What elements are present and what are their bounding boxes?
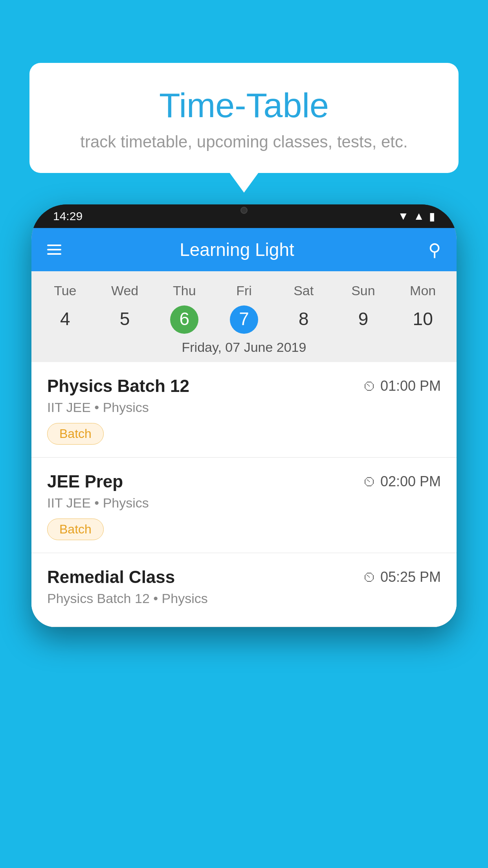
class-item-header: Remedial Class⏲ 05:25 PM	[47, 567, 441, 587]
class-name: Remedial Class	[47, 567, 175, 587]
day-numbers: 45678910	[31, 304, 457, 335]
class-time: ⏲ 02:00 PM	[363, 473, 441, 490]
class-item[interactable]: Remedial Class⏲ 05:25 PMPhysics Batch 12…	[31, 553, 457, 627]
day-header: Sat	[274, 279, 334, 302]
clock-icon: ⏲	[363, 570, 376, 585]
day-header: Mon	[393, 279, 453, 302]
day-number[interactable]: 8	[274, 304, 334, 335]
day-number[interactable]: 10	[393, 304, 453, 335]
day-headers: TueWedThuFriSatSunMon	[31, 279, 457, 302]
search-button[interactable]: ⚲	[428, 240, 441, 260]
clock-icon: ⏲	[363, 379, 376, 394]
class-item[interactable]: JEE Prep⏲ 02:00 PMIIT JEE • PhysicsBatch	[31, 458, 457, 553]
speech-bubble-container: Time-Table track timetable, upcoming cla…	[29, 63, 459, 173]
camera	[240, 207, 248, 214]
bubble-subtitle: track timetable, upcoming classes, tests…	[49, 132, 439, 151]
class-time: ⏲ 05:25 PM	[363, 569, 441, 585]
bubble-title: Time-Table	[49, 86, 439, 125]
app-bar: Learning Light ⚲	[31, 228, 457, 271]
status-bar: 14:29 ▼ ▲ ▮	[31, 204, 457, 228]
day-number[interactable]: 5	[95, 304, 155, 335]
status-icons: ▼ ▲ ▮	[398, 210, 435, 223]
class-meta: Physics Batch 12 • Physics	[47, 591, 441, 606]
calendar-strip: TueWedThuFriSatSunMon 45678910 Friday, 0…	[31, 271, 457, 362]
signal-icon: ▲	[413, 210, 424, 223]
day-number[interactable]: 7	[214, 304, 274, 335]
class-name: Physics Batch 12	[47, 376, 189, 396]
day-header: Wed	[95, 279, 155, 302]
clock-icon: ⏲	[363, 474, 376, 489]
status-time: 14:29	[53, 210, 83, 223]
day-header: Fri	[214, 279, 274, 302]
class-list: Physics Batch 12⏲ 01:00 PMIIT JEE • Phys…	[31, 362, 457, 627]
app-title: Learning Light	[46, 239, 428, 260]
day-header: Tue	[35, 279, 95, 302]
day-number[interactable]: 9	[334, 304, 393, 335]
day-number[interactable]: 6	[154, 304, 214, 335]
batch-tag: Batch	[47, 423, 104, 445]
battery-icon: ▮	[429, 210, 435, 223]
class-meta: IIT JEE • Physics	[47, 495, 441, 511]
day-header: Sun	[334, 279, 393, 302]
class-item-header: Physics Batch 12⏲ 01:00 PM	[47, 376, 441, 396]
phone-frame: 14:29 ▼ ▲ ▮ Learning Light ⚲	[31, 204, 457, 627]
day-header: Thu	[154, 279, 214, 302]
batch-tag: Batch	[47, 519, 104, 540]
notch	[228, 204, 260, 216]
class-item-header: JEE Prep⏲ 02:00 PM	[47, 472, 441, 491]
class-name: JEE Prep	[47, 472, 123, 491]
day-number[interactable]: 4	[35, 304, 95, 335]
wifi-icon: ▼	[398, 210, 409, 223]
selected-date-label: Friday, 07 June 2019	[31, 335, 457, 362]
app-screen: Learning Light ⚲ TueWedThuFriSatSunMon 4…	[31, 228, 457, 627]
speech-bubble: Time-Table track timetable, upcoming cla…	[29, 63, 459, 173]
class-time: ⏲ 01:00 PM	[363, 378, 441, 394]
class-meta: IIT JEE • Physics	[47, 400, 441, 415]
class-item[interactable]: Physics Batch 12⏲ 01:00 PMIIT JEE • Phys…	[31, 362, 457, 458]
phone-wrapper: 14:29 ▼ ▲ ▮ Learning Light ⚲	[31, 204, 457, 868]
